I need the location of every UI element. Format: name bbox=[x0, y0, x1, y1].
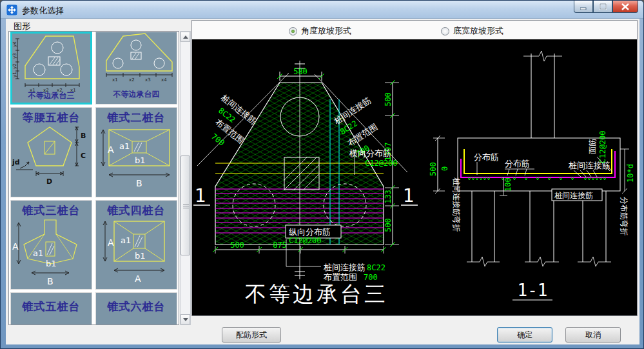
svg-text:x2: x2 bbox=[129, 77, 135, 83]
rebar-spec: C12@200 bbox=[289, 236, 322, 245]
rebar-label: 分布筋弯折 bbox=[620, 197, 629, 235]
tile-thumb-drawing: A a1 b1 A bbox=[96, 217, 177, 287]
shape-list-scrollbar[interactable] bbox=[180, 31, 191, 325]
ok-button[interactable]: 确定 bbox=[497, 327, 552, 343]
tile-thumb-drawing: A a1 b1 B bbox=[11, 217, 92, 287]
rebar-label: 桩间连接筋弯折 bbox=[452, 177, 461, 232]
tile-label: 不等边承台四 bbox=[96, 89, 177, 100]
rebar-label: 桩间连接筋 bbox=[323, 263, 366, 272]
svg-text:b1: b1 bbox=[46, 259, 57, 268]
rebar-label: 桩间连接筋 bbox=[554, 191, 593, 200]
tile-thumb-drawing: x1 x2 x3 x4 bbox=[96, 32, 177, 89]
tile-title: 等腰五桩台 bbox=[11, 110, 92, 125]
svg-text:A: A bbox=[12, 241, 19, 252]
svg-text:x3: x3 bbox=[145, 77, 151, 83]
dim-text: 133 bbox=[384, 190, 393, 204]
svg-text:C: C bbox=[81, 152, 86, 160]
svg-text:a1: a1 bbox=[121, 235, 131, 245]
svg-text:x1: x1 bbox=[112, 77, 118, 83]
rebar-spec: 700 bbox=[364, 273, 378, 282]
dim-text: 100 bbox=[503, 177, 512, 192]
titlebar[interactable]: 参数化选择 bbox=[1, 1, 643, 19]
shape-tile-unequal-3pile[interactable]: y4 y3 y2 y1 x1 x2 x2 x1 不等边承台三 bbox=[10, 32, 92, 105]
maximize-icon bbox=[600, 3, 607, 10]
dim-text: 500 bbox=[384, 92, 393, 106]
svg-text:A: A bbox=[135, 274, 141, 284]
shape-tile-cone-3pile[interactable]: 锥式三桩台 A a1 b1 B bbox=[10, 200, 92, 290]
window-title: 参数化选择 bbox=[22, 5, 64, 17]
svg-text:a1: a1 bbox=[119, 141, 130, 151]
cad-drawing: 580 500 1397 133 500 500 875 1 bbox=[192, 39, 637, 315]
rebar-label: 面筋 bbox=[588, 139, 597, 154]
close-button[interactable] bbox=[612, 1, 638, 13]
cancel-button[interactable]: 取消 bbox=[565, 327, 621, 343]
dim-text: 500 bbox=[230, 241, 244, 250]
maximize-button[interactable] bbox=[593, 1, 612, 13]
svg-text:jd: jd bbox=[12, 158, 20, 166]
plan-view: 580 500 1397 133 500 500 875 1 bbox=[193, 61, 418, 306]
rebar-form-button[interactable]: 配筋形式 bbox=[222, 327, 281, 343]
rebar-spec: 8C22 bbox=[367, 263, 385, 272]
shape-tile-cone-5pile[interactable]: 锥式五桩台 bbox=[10, 292, 92, 325]
dialog-window: 参数化选择 图形 bbox=[0, 0, 644, 349]
shape-list: y4 y3 y2 y1 x1 x2 x2 x1 不等边承台三 bbox=[8, 31, 179, 325]
section-mark: 1 bbox=[403, 185, 415, 206]
svg-text:y3: y3 bbox=[12, 53, 17, 59]
shape-tile-cone-6pile[interactable]: 锥式六桩台 bbox=[95, 292, 177, 325]
svg-text:y1: y1 bbox=[12, 72, 17, 77]
arrow-down-icon bbox=[183, 318, 188, 321]
minimize-button[interactable] bbox=[574, 1, 593, 13]
scrollbar-thumb[interactable] bbox=[181, 155, 190, 255]
dialog-client-area: 图形 y4 y3 y2 y1 bbox=[6, 19, 639, 344]
rebar-spec: 700 bbox=[210, 132, 226, 147]
tile-thumb-drawing: y4 y3 y2 y1 x1 x2 x2 x1 bbox=[12, 34, 90, 93]
svg-text:y4: y4 bbox=[12, 41, 17, 47]
tile-title: 锥式四桩台 bbox=[96, 203, 177, 218]
radio-label: 角度放坡形式 bbox=[301, 25, 351, 37]
svg-text:a1: a1 bbox=[33, 248, 43, 258]
rebar-label: 横向分布筋 bbox=[349, 148, 391, 158]
rebar-spec: C12@200 bbox=[365, 159, 398, 168]
svg-text:b1: b1 bbox=[135, 251, 146, 261]
slope-options-row: 角度放坡形式 底宽放坡形式 bbox=[192, 21, 637, 39]
dim-text: 0 bbox=[440, 166, 449, 171]
svg-text:B: B bbox=[47, 276, 54, 286]
rebar-label: 分布筋 bbox=[505, 159, 530, 168]
svg-text:D: D bbox=[46, 177, 52, 186]
tile-thumb-drawing: B C D jd bbox=[11, 125, 92, 195]
shape-tile-isosceles-5pile[interactable]: 等腰五桩台 B C D jd bbox=[10, 107, 92, 197]
section-mark: 1 bbox=[195, 185, 206, 206]
plan-title: 不等边承台三 bbox=[245, 281, 388, 306]
radio-angle-slope[interactable]: 角度放坡形式 bbox=[289, 25, 351, 37]
scroll-down-button[interactable] bbox=[181, 314, 190, 324]
minimize-icon bbox=[580, 4, 587, 10]
tile-title: 锥式二桩台 bbox=[96, 110, 177, 125]
tile-title: 锥式三桩台 bbox=[11, 203, 92, 218]
dim-text: 580 bbox=[293, 67, 307, 76]
scroll-up-button[interactable] bbox=[181, 32, 190, 42]
shape-tile-cone-2pile[interactable]: 锥式二桩台 A a1 b1 B bbox=[95, 107, 177, 197]
dim-text: 500 bbox=[429, 162, 438, 176]
svg-text:x4: x4 bbox=[161, 77, 167, 83]
dim-text: 875 bbox=[273, 241, 287, 250]
shape-tile-unequal-4pile[interactable]: x1 x2 x3 x4 不等边承台四 bbox=[95, 32, 177, 105]
arrow-up-icon bbox=[183, 35, 188, 39]
svg-text:B: B bbox=[81, 132, 86, 140]
svg-text:y2: y2 bbox=[12, 63, 17, 69]
svg-text:B: B bbox=[136, 178, 142, 188]
radio-bottom-width-slope[interactable]: 底宽放坡形式 bbox=[441, 25, 503, 37]
tile-title: 锥式六桩台 bbox=[96, 299, 177, 314]
tile-title: 锥式五桩台 bbox=[11, 299, 92, 314]
radio-selected-icon bbox=[289, 27, 297, 35]
dim-text: 10*d bbox=[626, 164, 635, 183]
radio-unselected-icon bbox=[441, 27, 449, 35]
section-view: 分布筋 分布筋 桩间连接筋 面筋 C12@200 500 0 bbox=[429, 51, 635, 300]
rebar-label: 布置范围 bbox=[323, 272, 357, 282]
thumb-grip-icon bbox=[183, 204, 189, 204]
close-icon bbox=[621, 3, 629, 10]
tile-label: 不等边承台三 bbox=[12, 90, 90, 101]
radio-label: 底宽放坡形式 bbox=[453, 25, 503, 37]
svg-text:b1: b1 bbox=[135, 155, 146, 165]
cad-canvas[interactable]: 580 500 1397 133 500 500 875 1 bbox=[192, 39, 637, 315]
shape-tile-cone-4pile[interactable]: 锥式四桩台 A a1 b1 A bbox=[95, 200, 177, 290]
